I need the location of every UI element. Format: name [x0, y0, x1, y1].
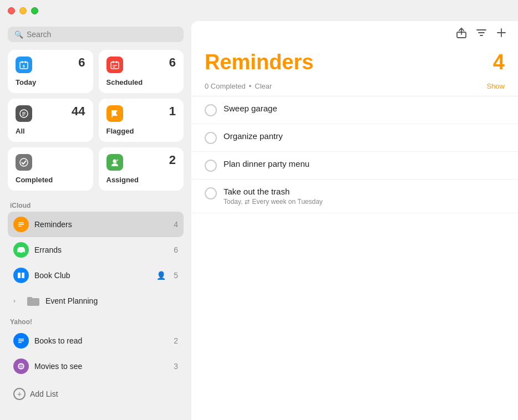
scheduled-label: Scheduled [106, 78, 176, 86]
all-icon [16, 105, 32, 122]
moviestosee-label: Movies to see [34, 362, 168, 371]
category-tile-completed[interactable]: Completed [8, 147, 93, 191]
reminders-label: Reminders [34, 220, 168, 229]
icloud-header: iCloud [8, 202, 184, 209]
svg-rect-24 [18, 273, 21, 278]
trash-subtitle-repeat: Every week on Tuesday [252, 198, 322, 206]
scheduled-count: 6 [169, 57, 176, 69]
reminder-checkbox-plan[interactable] [205, 160, 217, 172]
category-tile-scheduled[interactable]: 6 Scheduled [99, 50, 184, 93]
reminder-title-plan: Plan dinner party menu [224, 159, 309, 168]
add-list-label: Add List [30, 390, 58, 398]
reminder-checkbox-sweep[interactable] [205, 104, 217, 116]
add-list-button[interactable]: + Add List [8, 382, 184, 406]
category-tile-assigned[interactable]: 2 Assigned [99, 147, 184, 191]
list-item-bookclub[interactable]: Book Club 👤 5 [8, 263, 184, 288]
search-bar[interactable]: 🔍 [8, 27, 184, 42]
reminders-icon [13, 217, 29, 232]
list-item-moviestosee[interactable]: Movies to see 3 [8, 354, 184, 379]
today-label: Today [16, 78, 85, 86]
svg-text:6: 6 [23, 64, 25, 68]
category-tile-all[interactable]: 44 All [8, 99, 93, 142]
bookclub-count: 5 [174, 271, 178, 280]
svg-rect-25 [22, 273, 24, 278]
errands-label: Errands [34, 245, 168, 254]
reminder-title-organize: Organize pantry [224, 131, 283, 141]
add-reminder-button[interactable] [496, 27, 507, 41]
bookstoread-label: Books to read [34, 336, 168, 345]
flagged-icon [106, 105, 123, 122]
reminder-checkbox-trash[interactable] [205, 187, 217, 199]
errands-icon [13, 242, 29, 258]
app-container: 🔍 6 6 Today [0, 21, 518, 420]
eventplanning-label: Event Planning [45, 296, 178, 305]
repeat-icon: ⇄ [245, 198, 250, 206]
all-label: All [16, 127, 85, 135]
trash-subtitle-today: Today, [224, 198, 242, 206]
reminder-title-trash: Take out the trash [224, 187, 290, 196]
list-item-bookstoread[interactable]: Books to read 2 [8, 328, 184, 354]
reminders-list: Sweep garage Organize pantry Plan dinner… [191, 96, 518, 420]
today-count: 6 [78, 57, 85, 69]
main-header: Reminders 4 [191, 47, 518, 80]
folder-icon [26, 293, 41, 309]
bookstoread-icon [13, 333, 29, 349]
add-list-icon: + [13, 388, 26, 400]
flagged-count: 1 [169, 105, 176, 117]
reminder-item-trash: Take out the trash Today, ⇄ Every week o… [191, 180, 518, 213]
yahoo-header: Yahoo! [8, 318, 184, 326]
close-button[interactable] [8, 7, 15, 14]
assigned-count: 2 [169, 154, 176, 166]
title-bar [0, 0, 518, 21]
errands-count: 6 [174, 245, 178, 254]
sidebar: 🔍 6 6 Today [0, 21, 191, 420]
bookclub-label: Book Club [34, 271, 151, 280]
reminder-item-organize: Organize pantry [191, 124, 518, 152]
svg-point-14 [20, 158, 28, 166]
completed-bar: 0 Completed • Clear Show [191, 80, 518, 96]
fullscreen-button[interactable] [31, 7, 38, 14]
svg-point-23 [23, 252, 24, 254]
search-input[interactable] [27, 30, 177, 39]
minimize-button[interactable] [19, 7, 27, 14]
reminder-item-plan: Plan dinner party menu [191, 152, 518, 180]
scheduled-icon [106, 57, 123, 73]
moviestosee-icon [13, 358, 29, 374]
svg-rect-21 [18, 247, 24, 250]
assigned-icon [106, 154, 123, 171]
all-count: 44 [72, 105, 85, 117]
main-title: Reminders [205, 50, 313, 74]
list-item-eventplanning[interactable]: › Event Planning [8, 288, 184, 314]
categories-grid: 6 6 Today [8, 50, 184, 191]
search-icon: 🔍 [14, 30, 23, 39]
bookstoread-count: 2 [174, 336, 178, 345]
main-toolbar [191, 21, 518, 47]
moviestosee-count: 3 [174, 362, 178, 371]
assigned-label: Assigned [106, 176, 176, 184]
sort-button[interactable] [476, 28, 487, 40]
chevron-right-icon: › [13, 297, 21, 305]
reminder-subtitle-trash: Today, ⇄ Every week on Tuesday [224, 198, 505, 206]
clear-button[interactable]: Clear [255, 82, 272, 90]
traffic-lights [8, 7, 38, 14]
list-item-reminders[interactable]: Reminders 4 [8, 212, 184, 237]
category-tile-today[interactable]: 6 6 Today [8, 50, 93, 93]
completed-icon [16, 154, 32, 171]
svg-point-22 [18, 252, 20, 254]
reminder-title-sweep: Sweep garage [224, 104, 277, 113]
list-item-errands[interactable]: Errands 6 [8, 237, 184, 263]
main-content: Reminders 4 0 Completed • Clear Show Swe… [191, 21, 518, 420]
category-tile-flagged[interactable]: 1 Flagged [99, 99, 184, 142]
show-button[interactable]: Show [486, 82, 505, 90]
completed-label: Completed [16, 176, 85, 184]
today-icon: 6 [16, 57, 32, 73]
share-button[interactable] [456, 27, 467, 42]
completed-text: 0 Completed [205, 82, 246, 90]
reminder-checkbox-organize[interactable] [205, 132, 217, 144]
reminders-count: 4 [174, 220, 178, 229]
reminder-item-sweep: Sweep garage [191, 96, 518, 124]
bookclub-shared-icon: 👤 [156, 271, 166, 280]
flagged-label: Flagged [106, 127, 176, 135]
dot-separator: • [249, 82, 252, 90]
bookclub-icon [13, 268, 29, 283]
